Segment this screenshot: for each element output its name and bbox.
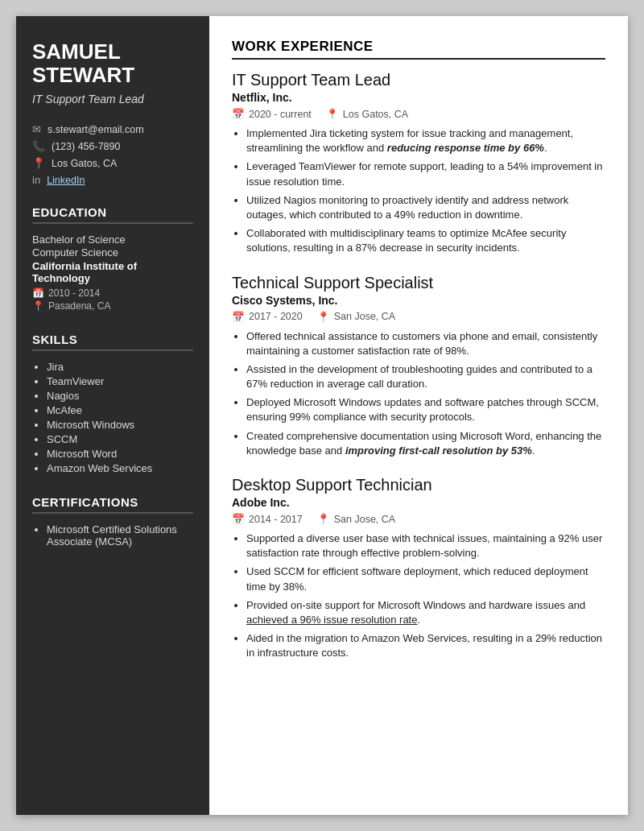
certifications-section: CERTIFICATIONS Microsoft Certified Solut… bbox=[32, 495, 193, 548]
work-experience-title: WORK EXPERIENCE bbox=[232, 39, 605, 60]
bullet-cisco-2: Assisted in the development of troublesh… bbox=[246, 362, 605, 391]
phone-icon: 📞 bbox=[32, 140, 45, 152]
linkedin-icon: in bbox=[32, 174, 40, 186]
edu-years-value: 2010 - 2014 bbox=[48, 287, 100, 299]
contact-section: ✉ s.stewart@email.com 📞 (123) 456-7890 📍… bbox=[32, 123, 193, 186]
job-years-netflix: 📅 2020 - current bbox=[232, 108, 312, 120]
email-icon: ✉ bbox=[32, 123, 41, 135]
job-meta-cisco: 📅 2017 - 2020 📍 San Jose, CA bbox=[232, 311, 605, 323]
resume-container: SAMUEL STEWART IT Support Team Lead ✉ s.… bbox=[16, 16, 628, 815]
job-location-cisco: 📍 San Jose, CA bbox=[317, 311, 395, 323]
candidate-title: IT Support Team Lead bbox=[32, 93, 193, 105]
phone-item: 📞 (123) 456-7890 bbox=[32, 140, 193, 152]
bullet-adobe-2: Used SCCM for efficient software deploym… bbox=[246, 564, 605, 593]
skill-mcafee: McAfee bbox=[47, 404, 193, 416]
job-meta-netflix: 📅 2020 - current 📍 Los Gatos, CA bbox=[232, 108, 605, 120]
job-title-netflix: IT Support Team Lead bbox=[232, 71, 605, 89]
location-icon-3: 📍 bbox=[317, 513, 330, 525]
bullet-cisco-4: Created comprehensive documentation usin… bbox=[246, 429, 605, 458]
edu-degree: Bachelor of Science bbox=[32, 234, 193, 246]
job-entry-netflix: IT Support Team Lead Netflix, Inc. 📅 202… bbox=[232, 71, 605, 256]
name-line2: STEWART bbox=[32, 63, 134, 87]
skill-windows: Microsoft Windows bbox=[47, 419, 193, 431]
calendar-icon-3: 📅 bbox=[232, 513, 245, 525]
cert-list: Microsoft Certified Solutions Associate … bbox=[32, 523, 193, 548]
edu-field: Computer Science bbox=[32, 246, 193, 258]
location-item: 📍 Los Gatos, CA bbox=[32, 157, 193, 169]
bullet-cisco-3: Deployed Microsoft Windows updates and s… bbox=[246, 395, 605, 424]
job-entry-adobe: Desktop Support Technician Adobe Inc. 📅 … bbox=[232, 476, 605, 661]
job-meta-adobe: 📅 2014 - 2017 📍 San Jose, CA bbox=[232, 513, 605, 525]
job-location-netflix: 📍 Los Gatos, CA bbox=[326, 108, 408, 120]
location-icon-2: 📍 bbox=[317, 311, 330, 323]
job-entry-cisco: Technical Support Specialist Cisco Syste… bbox=[232, 274, 605, 459]
bullet-adobe-1: Supported a diverse user base with techn… bbox=[246, 531, 605, 560]
job-location-adobe: 📍 San Jose, CA bbox=[317, 513, 395, 525]
job-company-adobe: Adobe Inc. bbox=[232, 496, 605, 509]
skill-aws: Amazon Web Services bbox=[47, 462, 193, 474]
skill-jira: Jira bbox=[47, 361, 193, 373]
calendar-icon-2: 📅 bbox=[232, 311, 245, 323]
education-section: EDUCATION Bachelor of Science Computer S… bbox=[32, 205, 193, 312]
bullet-netflix-3: Utilized Nagios monitoring to proactivel… bbox=[246, 193, 605, 222]
job-years-adobe: 📅 2014 - 2017 bbox=[232, 513, 303, 525]
skill-word: Microsoft Word bbox=[47, 448, 193, 460]
job-bullets-netflix: Implemented Jira ticketing system for is… bbox=[232, 126, 605, 256]
bullet-netflix-4: Collaborated with multidisciplinary team… bbox=[246, 226, 605, 255]
main-content: WORK EXPERIENCE IT Support Team Lead Net… bbox=[209, 16, 628, 815]
job-company-netflix: Netflix, Inc. bbox=[232, 91, 605, 104]
cert-mcsa: Microsoft Certified Solutions Associate … bbox=[47, 523, 193, 548]
linkedin-link[interactable]: LinkedIn bbox=[47, 175, 85, 186]
location-icon-1: 📍 bbox=[326, 108, 339, 120]
skill-nagios: Nagios bbox=[47, 390, 193, 402]
name-line1: SAMUEL bbox=[32, 39, 121, 64]
bullet-adobe-3: Provided on-site support for Microsoft W… bbox=[246, 598, 605, 627]
job-bullets-adobe: Supported a diverse user base with techn… bbox=[232, 531, 605, 661]
certifications-title: CERTIFICATIONS bbox=[32, 495, 193, 514]
skill-sccm: SCCM bbox=[47, 433, 193, 445]
bullet-cisco-1: Offered technical assistance to customer… bbox=[246, 329, 605, 358]
location-icon: 📍 bbox=[32, 157, 45, 169]
edu-location-value: Pasadena, CA bbox=[48, 300, 110, 312]
sidebar: SAMUEL STEWART IT Support Team Lead ✉ s.… bbox=[16, 16, 209, 815]
job-years-cisco: 📅 2017 - 2020 bbox=[232, 311, 303, 323]
bullet-netflix-2: Leveraged TeamViewer for remote support,… bbox=[246, 159, 605, 188]
location-value: Los Gatos, CA bbox=[52, 158, 117, 169]
skills-list: Jira TeamViewer Nagios McAfee Microsoft … bbox=[32, 361, 193, 474]
edu-location: 📍 Pasadena, CA bbox=[32, 300, 193, 312]
email-value: s.stewart@email.com bbox=[47, 124, 144, 135]
edu-years: 📅 2010 - 2014 bbox=[32, 287, 193, 299]
education-title: EDUCATION bbox=[32, 205, 193, 224]
bullet-adobe-4: Aided in the migration to Amazon Web Ser… bbox=[246, 631, 605, 660]
job-title-adobe: Desktop Support Technician bbox=[232, 476, 605, 494]
skills-section: SKILLS Jira TeamViewer Nagios McAfee Mic… bbox=[32, 333, 193, 474]
linkedin-item[interactable]: in LinkedIn bbox=[32, 174, 193, 186]
candidate-name: SAMUEL STEWART bbox=[32, 40, 193, 86]
calendar-icon: 📅 bbox=[32, 287, 44, 299]
job-title-cisco: Technical Support Specialist bbox=[232, 274, 605, 292]
job-bullets-cisco: Offered technical assistance to customer… bbox=[232, 329, 605, 459]
skill-teamviewer: TeamViewer bbox=[47, 375, 193, 387]
phone-value: (123) 456-7890 bbox=[52, 141, 120, 152]
calendar-icon-1: 📅 bbox=[232, 108, 245, 120]
skills-title: SKILLS bbox=[32, 333, 193, 351]
edu-location-icon: 📍 bbox=[32, 300, 44, 312]
edu-school: California Institute of Technology bbox=[32, 260, 193, 284]
bullet-netflix-1: Implemented Jira ticketing system for is… bbox=[246, 126, 605, 155]
email-item: ✉ s.stewart@email.com bbox=[32, 123, 193, 135]
job-company-cisco: Cisco Systems, Inc. bbox=[232, 294, 605, 307]
